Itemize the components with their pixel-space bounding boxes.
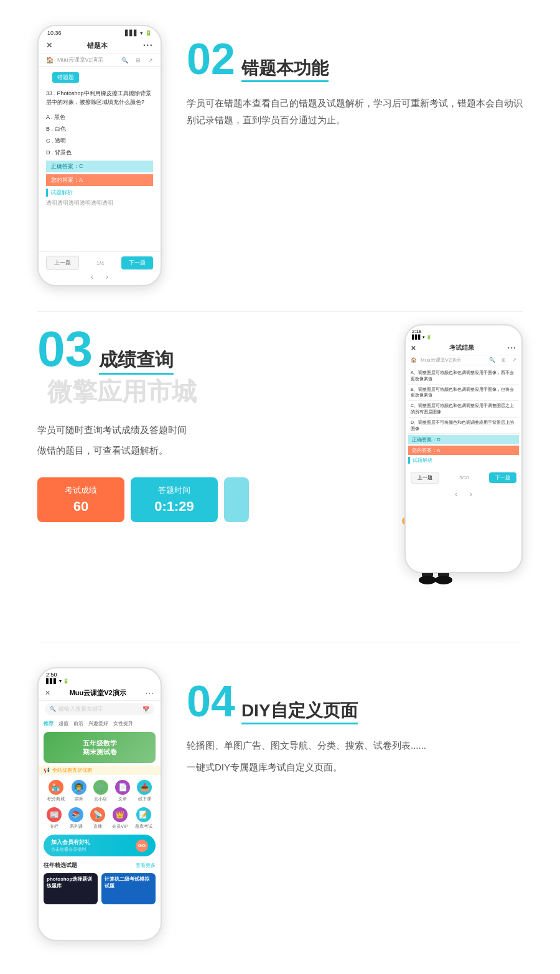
shop-icon: 🛒	[93, 780, 108, 795]
diy-more-icon[interactable]: ···	[145, 688, 154, 698]
result-left-arrow[interactable]: ‹	[455, 490, 457, 499]
phone-nav-text: Muu云课堂V2演示	[57, 56, 103, 64]
vip-icon: 👑	[113, 807, 128, 822]
svg-point-12	[435, 576, 452, 584]
error-tab[interactable]: 错题题	[52, 72, 79, 83]
diy-join-button[interactable]: 加入会员有好礼 点击查看会员福利 GO	[44, 835, 156, 856]
exam-label: 题库考试	[135, 823, 152, 830]
close-icon[interactable]: ✕	[46, 41, 52, 50]
result-share-icon[interactable]: ↗	[512, 357, 516, 363]
diy-close-icon[interactable]: ✕	[45, 689, 50, 697]
result-phone-time: 2:18	[412, 329, 422, 334]
join-text-container: 加入会员有好礼 点击查看会员福利	[51, 838, 90, 853]
time-label: 答题时间	[141, 485, 208, 496]
result-option-c: C、调整图层可将颜色和色调调整应用于调整图层之上的所有图层图像	[408, 401, 519, 418]
left-arrow-icon[interactable]: ‹	[91, 273, 93, 281]
notice-icon: 📢	[44, 767, 50, 773]
banner-text: 五年级数学 期末测试卷	[83, 739, 117, 757]
icon-item-article[interactable]: 📄 文章	[115, 780, 130, 802]
prev-question-button[interactable]: 上一题	[46, 256, 79, 270]
result-wifi-icon: ▾	[422, 335, 425, 339]
result-search-icon[interactable]: 🔍	[489, 357, 495, 363]
diy-calendar-icon[interactable]: 📅	[142, 706, 149, 713]
result-phone-nav: 🏠 Muu云课堂V2演示 🔍 ⊞ ↗	[406, 355, 521, 365]
result-grid-icon[interactable]: ⊞	[502, 357, 506, 363]
diy-icons-row-1: 🏪 积分商城 👨‍🏫 讲师 🛒 云小店 📄 文章 📥 线下课	[39, 776, 161, 806]
section3-content: 04 DIY自定义页面 轮播图、单图广告、图文导航、分类、搜索、试卷列表....…	[187, 667, 523, 775]
diy-section-header: 往年精选试题 查看更多	[39, 859, 161, 872]
search-icon[interactable]: 🔍	[121, 57, 128, 63]
section3-desc1: 轮播图、单图广告、图文导航、分类、搜索、试卷列表......	[187, 737, 523, 754]
grid-icon[interactable]: ⊞	[136, 57, 141, 63]
phone-tab-container: 错题题	[39, 67, 161, 86]
shop-label: 云小店	[94, 796, 107, 802]
icon-item-exam[interactable]: 📝 题库考试	[135, 807, 152, 830]
column-icon: 📰	[47, 807, 62, 822]
section2-title-row: 03 成绩查询 微擎应用市城	[37, 324, 249, 409]
phone-options: A . 黑色 B . 白色 C . 透明 D . 背景色	[46, 111, 153, 159]
icon-item-store[interactable]: 🏪 积分商城	[47, 780, 65, 802]
result-right-arrow[interactable]: ›	[470, 490, 472, 499]
tab-sale[interactable]: 超值	[58, 720, 68, 727]
diy-phone-banner: 五年级数学 期末测试卷	[44, 732, 156, 763]
next-question-button[interactable]: 下一题	[121, 256, 153, 269]
icon-item-vip[interactable]: 👑 会员VIP	[112, 807, 128, 830]
phone-mockup-error-book: 10:36 ▋▋▋ ▾ 🔋 ✕ 错题本 ··· 🏠 Muu云课堂V2演示 🔍 ⊞…	[37, 25, 162, 286]
option-a: A . 黑色	[46, 111, 153, 123]
tab-hobby[interactable]: 兴趣爱好	[88, 720, 108, 727]
result-signal-icon: ▋▋▋	[412, 335, 421, 339]
tab-frontier[interactable]: 前沿	[73, 720, 83, 727]
result-option-b: B、调整图层可将颜色和色调调整应用于图像，但将会更改像素值	[408, 385, 519, 401]
section3-title-row: 04 DIY自定义页面	[187, 680, 523, 724]
diy-search-bar[interactable]: 🔍 请输入搜索关键字 📅	[45, 703, 154, 715]
diy-search-placeholder: 请输入搜索关键字	[58, 705, 103, 713]
tab-recommend[interactable]: 推荐	[44, 720, 54, 727]
diy-notice-bar: 📢 全站优惠五折优惠	[39, 766, 161, 775]
icon-item-series[interactable]: 📚 系列课	[68, 807, 83, 830]
section-error-book: 10:36 ▋▋▋ ▾ 🔋 ✕ 错题本 ··· 🏠 Muu云课堂V2演示 🔍 ⊞…	[0, 0, 560, 311]
result-phone-title: 考试结果	[449, 344, 474, 352]
result-options-content: A、调整图层可将颜色和色调调整应用于图像，西不会更改像素值 B、调整图层可将颜色…	[406, 365, 521, 468]
section3-desc2: 一键式DIY专属题库考试自定义页面。	[187, 759, 523, 775]
teacher-icon: 👨‍🏫	[72, 780, 86, 795]
view-more-link[interactable]: 查看更多	[136, 862, 156, 869]
icon-item-offline[interactable]: 📥 线下课	[137, 780, 152, 802]
analysis-text: 透明透明透明透明透明透明	[46, 199, 153, 207]
card-photoshop-text: photoshop选择题训练题库	[44, 873, 98, 892]
battery-icon: 🔋	[145, 30, 152, 36]
card-photoshop[interactable]: photoshop选择题训练题库	[44, 873, 98, 904]
phone-mockup-diy: 2:50 ▋▋▋ ▾ 🔋 ✕ Muu云课堂V2演示 ··· 🔍 请输入搜索关键字…	[37, 667, 162, 941]
phone-footer: 上一题 1/4 下一题 ‹ ›	[39, 251, 161, 285]
live-icon: 📡	[90, 807, 105, 822]
diy-signal-icon: ▋▋▋	[46, 678, 57, 684]
section1-content: 02 错题本功能 学员可在错题本查看自己的错题及试题解析，学习后可重新考试，错题…	[187, 25, 523, 128]
result-status-icons: ▋▋▋ ▾ 🔋	[412, 334, 515, 340]
section2-desc1: 学员可随时查询考试成绩及答题时间	[37, 421, 249, 438]
icon-item-shop[interactable]: 🛒 云小店	[93, 780, 108, 802]
tab-women[interactable]: 女性提升	[113, 720, 133, 727]
phone-mockup-result: 2:18 ▋▋▋ ▾ 🔋 ✕ 考试结果 ··· 🏠 Muu云课堂V2演示 🔍 ⊞…	[404, 324, 523, 573]
phone-app-header: ✕ 错题本 ···	[39, 37, 161, 54]
past-exam-title: 往年精选试题	[44, 861, 77, 869]
join-main-text: 加入会员有好礼	[51, 838, 90, 846]
section2-number: 03	[37, 324, 93, 374]
section-diy: 2:50 ▋▋▋ ▾ 🔋 ✕ Muu云课堂V2演示 ··· 🔍 请输入搜索关键字…	[0, 642, 560, 966]
right-arrow-icon[interactable]: ›	[106, 273, 108, 281]
live-label: 直播	[93, 823, 102, 830]
result-next-button[interactable]: 下一题	[489, 472, 516, 483]
more-icon[interactable]: ···	[143, 40, 153, 51]
result-close-icon[interactable]: ✕	[411, 345, 416, 352]
card-computer-text: 计算机二级考试模拟试题	[101, 873, 156, 892]
icon-item-teacher[interactable]: 👨‍🏫 讲师	[72, 780, 86, 802]
section2-left-content: 03 成绩查询 微擎应用市城 学员可随时查询考试成绩及答题时间 做错的题目，可查…	[37, 324, 249, 604]
share-icon[interactable]: ↗	[148, 57, 153, 63]
icon-item-live[interactable]: 📡 直播	[90, 807, 105, 830]
result-more-icon[interactable]: ···	[507, 343, 516, 353]
go-button[interactable]: GO	[136, 840, 148, 852]
status-icons: ▋▋▋ ▾ 🔋	[125, 30, 152, 36]
score-value: 60	[47, 499, 114, 515]
result-prev-button[interactable]: 上一题	[411, 472, 439, 484]
icon-item-column[interactable]: 📰 专栏	[47, 807, 62, 830]
card-computer[interactable]: 计算机二级考试模拟试题	[101, 873, 156, 904]
diy-category-tabs: 推荐 超值 前沿 兴趣爱好 女性提升	[39, 718, 161, 729]
